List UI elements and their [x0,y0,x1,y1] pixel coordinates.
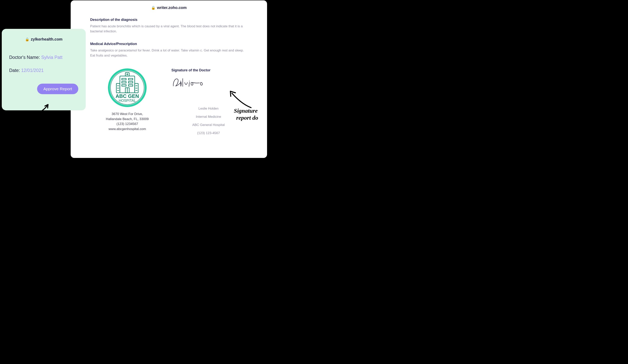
advice-body: Take analgesics or paracetamol for fever… [90,48,244,58]
date-field: Date: 12/01/2021 [9,68,78,73]
annotation-line-2: report do [236,114,258,121]
handwritten-annotation: Signature report do [234,107,258,121]
svg-rect-6 [122,78,126,80]
diagnosis-body: Patient has acute bronchitis which is ca… [90,24,244,34]
approval-url: zylkerhealth.com [31,37,63,42]
document-footer-row: ABC GEN HOSPITAL 3670 West For Drive, Ha… [90,68,247,139]
date-label: Date: [9,68,21,73]
doctor-field: Doctor's Name: Sylvia Patt [9,55,78,60]
hospital-logo-icon: ABC GEN HOSPITAL [108,68,147,107]
signature-image [171,77,210,88]
doctor-label: Doctor's Name: [9,55,41,60]
hospital-logo-text-2: HOSPITAL [119,99,136,103]
signer-phone: (123) 123-4567 [171,131,245,135]
diagnosis-title: Description of the diagnosis [90,18,247,22]
lock-icon: 🔒 [25,37,29,42]
svg-rect-8 [122,81,126,83]
signer-org: ABC General Hospital [171,123,245,127]
hospital-logo-text-1: ABC GEN [116,93,139,99]
hospital-website: www.abcgenhospital.com [98,126,157,132]
svg-rect-11 [128,85,133,86]
doctor-name-value: Sylvia Patt [41,55,63,60]
signature-label: Signature of the Doctor [171,68,245,72]
advice-title: Medical Advice/Prescription [90,42,247,46]
svg-rect-9 [128,81,133,83]
date-value: 12/01/2021 [21,68,44,73]
hospital-address-1: 3670 West For Drive, [98,112,157,117]
svg-rect-7 [128,78,133,80]
svg-rect-10 [122,85,126,86]
approve-button-wrap: Approve Report [9,84,78,94]
signature-column: Signature of the Doctor Leslie Holden In… [171,68,245,139]
hospital-column: ABC GEN HOSPITAL 3670 West For Drive, Ha… [98,68,157,139]
hospital-address-2: Hallandale Beach, FL, 33009 [98,117,157,122]
hospital-info: 3670 West For Drive, Hallandale Beach, F… [98,112,157,131]
approval-card: 🔒 zylkerhealth.com Doctor's Name: Sylvia… [2,29,86,110]
lock-icon: 🔒 [151,6,156,10]
document-url: writer.zoho.com [157,5,187,10]
annotation-line-1: Signature [234,107,258,114]
document-url-bar: 🔒 writer.zoho.com [71,0,267,18]
document-card: 🔒 writer.zoho.com Description of the dia… [71,0,267,158]
hospital-phone: (123) 1234567 [98,121,157,126]
approve-button[interactable]: Approve Report [37,84,78,94]
approval-url-bar: 🔒 zylkerhealth.com [9,37,78,42]
